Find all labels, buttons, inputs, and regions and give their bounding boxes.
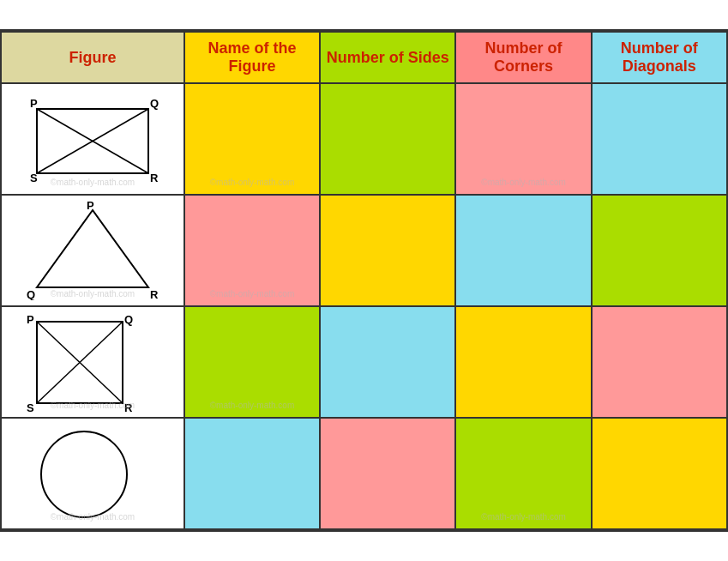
header-diagonals: Number of Diagonals xyxy=(592,32,727,83)
circle-diagonals-cell xyxy=(592,418,727,529)
circle-corners-cell: ©math-only-math.com xyxy=(455,418,591,529)
table-row: P Q S R ©math-only-math.com ©math-only-m… xyxy=(1,83,727,195)
svg-text:R: R xyxy=(150,172,159,184)
rectangle-sides-cell xyxy=(320,83,455,195)
square-corners-cell xyxy=(455,306,591,418)
header-sides: Number of Sides xyxy=(320,32,455,83)
figure-triangle: P Q R ©math-only-math.com xyxy=(1,195,184,306)
watermark-4b: ©math-only-math.com xyxy=(481,512,566,522)
svg-text:Q: Q xyxy=(124,313,133,326)
circle-svg xyxy=(20,425,165,523)
circle-name-cell xyxy=(184,418,320,529)
header-figure: Figure xyxy=(1,32,184,83)
svg-text:P: P xyxy=(27,313,34,326)
svg-text:S: S xyxy=(27,401,34,412)
rectangle-diagonals-cell xyxy=(592,83,727,195)
rectangle-name-cell: ©math-only-math.com xyxy=(184,83,320,195)
circle-sides-cell xyxy=(320,418,455,529)
square-diagonals-cell xyxy=(592,306,727,418)
svg-text:S: S xyxy=(30,172,38,184)
square-sides-cell xyxy=(320,306,455,418)
rectangle-svg: P Q S R xyxy=(20,92,165,186)
watermark-3b: ©math-only-math.com xyxy=(210,401,295,410)
watermark-1c: ©math-only-math.com xyxy=(481,178,566,187)
svg-text:P: P xyxy=(30,97,38,110)
svg-text:R: R xyxy=(150,288,159,300)
figure-circle: ©math-only-math.com xyxy=(1,418,184,529)
rectangle-corners-cell: ©math-only-math.com xyxy=(455,83,591,195)
square-name-cell: ©math-only-math.com xyxy=(184,306,320,418)
svg-text:Q: Q xyxy=(27,288,35,300)
table-row: P Q S R ©math-only-math.com ©math-only-m… xyxy=(1,306,727,418)
svg-text:R: R xyxy=(124,401,133,412)
watermark-1b: ©math-only-math.com xyxy=(210,178,295,187)
svg-marker-7 xyxy=(37,210,148,287)
square-svg: P Q S R xyxy=(20,313,165,412)
triangle-sides-cell xyxy=(320,195,455,306)
header-corners: Number of Corners xyxy=(455,32,591,83)
table-row: ©math-only-math.com ©math-only-math.com xyxy=(1,418,727,529)
figure-square: P Q S R ©math-only-math.com xyxy=(1,306,184,418)
triangle-diagonals-cell xyxy=(592,195,727,306)
watermark-2b: ©math-only-math.com xyxy=(210,289,295,299)
shapes-table: Figure Name of the Figure Number of Side… xyxy=(0,31,728,530)
triangle-corners-cell xyxy=(455,195,591,306)
svg-text:Q: Q xyxy=(150,97,159,110)
figure-rectangle: P Q S R ©math-only-math.com xyxy=(1,83,184,195)
table-row: P Q R ©math-only-math.com ©math-only-mat… xyxy=(1,195,727,306)
main-table-wrapper: Figure Name of the Figure Number of Side… xyxy=(0,29,728,532)
triangle-name-cell: ©math-only-math.com xyxy=(184,195,320,306)
header-name: Name of the Figure xyxy=(184,32,320,83)
triangle-svg: P Q R xyxy=(20,202,165,300)
svg-point-18 xyxy=(41,431,127,517)
svg-text:P: P xyxy=(87,202,94,212)
